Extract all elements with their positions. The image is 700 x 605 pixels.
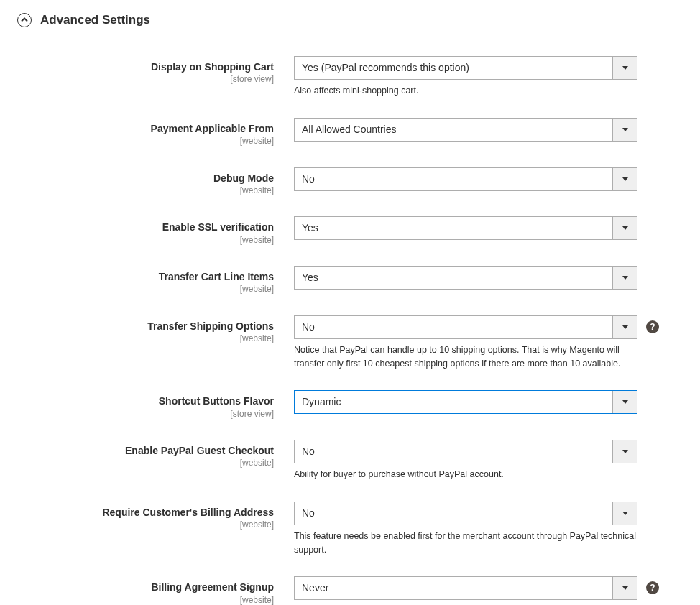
require-billing-address-select[interactable]: No (294, 502, 637, 525)
field-label: Require Customer's Billing Address (17, 506, 274, 519)
field-label: Enable PayPal Guest Checkout (17, 444, 274, 457)
scope-label: [website] (17, 458, 274, 469)
chevron-down-icon (612, 440, 637, 463)
help-icon[interactable]: ? (646, 320, 659, 333)
scope-label: [website] (17, 519, 274, 531)
svg-marker-6 (622, 400, 628, 404)
chevron-down-icon (612, 57, 637, 79)
select-value: All Allowed Countries (302, 124, 397, 135)
shortcut-buttons-flavor-select[interactable]: Dynamic (294, 390, 637, 414)
transfer-cart-line-items-select[interactable]: Yes (294, 266, 637, 290)
select-value: No (302, 173, 315, 185)
field-transfer-shipping-options: Transfer Shipping Options [website] No N… (17, 315, 683, 371)
field-note: This feature needs be enabled first for … (294, 530, 636, 557)
svg-marker-9 (622, 586, 628, 590)
svg-marker-0 (622, 66, 628, 70)
field-enable-paypal-guest-checkout: Enable PayPal Guest Checkout [website] N… (17, 440, 683, 481)
field-label: Display on Shopping Cart (17, 60, 274, 73)
chevron-down-icon (612, 316, 637, 338)
billing-agreement-signup-select[interactable]: Never (294, 576, 637, 600)
scope-label: [website] (17, 235, 274, 246)
field-label: Transfer Shipping Options (17, 320, 274, 333)
help-icon[interactable]: ? (646, 581, 659, 594)
scope-label: [website] (17, 136, 274, 147)
field-label: Enable SSL verification (17, 221, 274, 234)
svg-marker-4 (622, 276, 628, 280)
section-title: Advanced Settings (40, 13, 150, 27)
chevron-down-icon (612, 577, 637, 599)
field-payment-applicable-from: Payment Applicable From [website] All Al… (17, 118, 683, 147)
svg-marker-2 (622, 177, 628, 181)
display-on-cart-select[interactable]: Yes (PayPal recommends this option) (294, 56, 637, 80)
field-label: Debug Mode (17, 172, 274, 185)
select-value: Yes (PayPal recommends this option) (302, 62, 469, 73)
svg-marker-1 (622, 128, 628, 131)
chevron-down-icon (612, 168, 637, 190)
transfer-shipping-options-select[interactable]: No (294, 315, 637, 339)
scope-label: [website] (17, 185, 274, 197)
payment-applicable-from-select[interactable]: All Allowed Countries (294, 118, 637, 142)
field-enable-ssl-verification: Enable SSL verification [website] Yes (17, 216, 683, 246)
svg-marker-7 (622, 450, 628, 453)
field-require-billing-address: Require Customer's Billing Address [webs… (17, 502, 683, 557)
chevron-down-icon (612, 502, 637, 525)
chevron-down-icon (612, 119, 637, 141)
scope-label: [store view] (17, 74, 274, 86)
scope-label: [website] (17, 284, 274, 295)
enable-guest-checkout-select[interactable]: No (294, 440, 637, 463)
field-display-on-shopping-cart: Display on Shopping Cart [store view] Ye… (17, 56, 683, 98)
chevron-down-icon (612, 267, 637, 289)
field-label: Transfer Cart Line Items (17, 270, 274, 283)
field-note: Notice that PayPal can handle up to 10 s… (294, 343, 636, 371)
scope-label: [store view] (17, 409, 274, 420)
svg-marker-5 (622, 325, 628, 329)
select-value: No (302, 507, 315, 519)
select-value: Yes (302, 272, 318, 283)
select-value: No (302, 445, 315, 457)
select-value: Never (302, 582, 328, 594)
select-value: No (302, 321, 315, 333)
field-transfer-cart-line-items: Transfer Cart Line Items [website] Yes (17, 266, 683, 295)
field-note: Also affects mini-shopping cart. (294, 84, 636, 98)
svg-marker-8 (622, 512, 628, 515)
section-header: Advanced Settings (17, 13, 683, 27)
field-billing-agreement-signup: Billing Agreement Signup [website] Never… (17, 576, 683, 605)
enable-ssl-verification-select[interactable]: Yes (294, 216, 637, 240)
select-value: Dynamic (302, 396, 341, 407)
collapse-toggle-icon[interactable] (17, 13, 32, 27)
scope-label: [website] (17, 595, 274, 605)
field-label: Payment Applicable From (17, 122, 274, 135)
svg-marker-3 (622, 226, 628, 230)
field-debug-mode: Debug Mode [website] No (17, 167, 683, 197)
field-shortcut-buttons-flavor: Shortcut Buttons Flavor [store view] Dyn… (17, 390, 683, 420)
chevron-down-icon (612, 391, 637, 413)
debug-mode-select[interactable]: No (294, 167, 637, 191)
field-note: Ability for buyer to purchase without Pa… (294, 468, 636, 481)
scope-label: [website] (17, 333, 274, 345)
chevron-down-icon (612, 217, 637, 239)
field-label: Shortcut Buttons Flavor (17, 394, 274, 407)
field-label: Billing Agreement Signup (17, 581, 274, 594)
select-value: Yes (302, 222, 318, 234)
